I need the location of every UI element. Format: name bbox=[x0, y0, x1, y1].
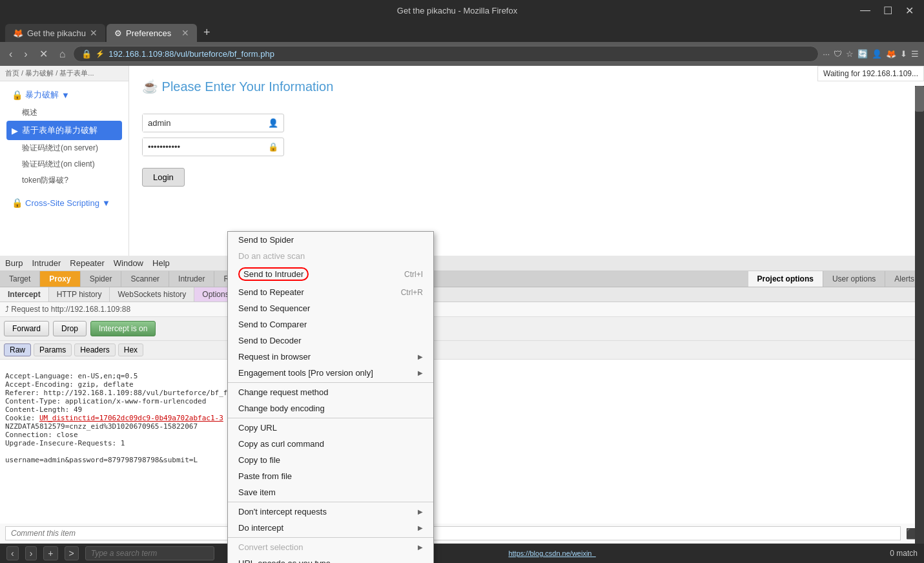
url-bar[interactable]: 🔒 ⚡ 192.168.1.109:88/vul/burteforce/bf_f… bbox=[73, 46, 819, 62]
cm-engagement-tools[interactable]: Engagement tools [Pro version only] ▶ bbox=[228, 365, 433, 381]
cm-paste-file[interactable]: Paste from file bbox=[228, 468, 433, 484]
title-bar: Get the pikachu - Mozilla Firefox — ☐ ✕ bbox=[0, 0, 924, 21]
cm-send-repeater[interactable]: Send to Repeater Ctrl+R bbox=[228, 284, 433, 300]
burp-action-buttons: Forward Drop Intercept is on bbox=[0, 317, 924, 341]
sidebar-item-form-brute[interactable]: ▶ 基于表单的暴力破解 bbox=[6, 121, 122, 140]
bookmark-icon[interactable]: 🛡 bbox=[834, 49, 842, 59]
back-button[interactable]: ‹ bbox=[5, 47, 16, 61]
bottom-next-button[interactable]: › bbox=[25, 546, 37, 560]
scroll-track[interactable] bbox=[915, 86, 924, 544]
firefox-account[interactable]: 🦊 bbox=[886, 49, 896, 59]
close-button[interactable]: ✕ bbox=[901, 3, 918, 18]
raw-tab-params[interactable]: Params bbox=[34, 343, 72, 356]
xss-label: Cross-Site Scripting bbox=[25, 198, 99, 208]
request-body-2: NZZDATA5812579=cnzz_eid%3D1020670965-158… bbox=[5, 422, 198, 464]
menu-help[interactable]: Help bbox=[152, 258, 170, 268]
search-input[interactable] bbox=[85, 546, 214, 560]
scroll-thumb[interactable] bbox=[915, 86, 924, 112]
burp-tab-scanner[interactable]: Scanner bbox=[121, 271, 169, 287]
sidebar-group-xss[interactable]: 🔒 Cross-Site Scripting ▼ bbox=[6, 194, 122, 212]
password-field[interactable]: 🔒 bbox=[142, 138, 284, 156]
cm-send-comparer[interactable]: Send to Comparer bbox=[228, 316, 433, 333]
menu-intruder[interactable]: Intruder bbox=[32, 258, 61, 268]
burp-tab-target[interactable]: Target bbox=[0, 271, 40, 287]
cm-change-encoding[interactable]: Change body encoding bbox=[228, 400, 433, 416]
burp-tab-proxy[interactable]: Proxy bbox=[40, 271, 80, 287]
minimize-button[interactable]: — bbox=[856, 3, 874, 18]
cm-label-do-intercept: Do intercept bbox=[238, 523, 283, 533]
burp-intercept-tab-intercept[interactable]: Intercept bbox=[0, 287, 49, 302]
burp-tab-intruder[interactable]: Intruder bbox=[169, 271, 214, 287]
request-body[interactable]: Accept-Language: en-US,en;q=0.5 Accept-E… bbox=[0, 360, 924, 524]
cm-dont-intercept[interactable]: Don't intercept requests ▶ bbox=[228, 504, 433, 520]
bottom-more-button[interactable]: > bbox=[65, 546, 79, 560]
sidebar-group-bruteforce[interactable]: 🔒 暴力破解 ▼ bbox=[6, 85, 122, 105]
home-button[interactable]: ⌂ bbox=[56, 47, 70, 61]
cm-send-decoder[interactable]: Send to Decoder bbox=[228, 333, 433, 349]
burp-intercept-tab-ws[interactable]: WebSockets history bbox=[110, 287, 194, 302]
drop-button[interactable]: Drop bbox=[53, 321, 87, 336]
star-icon[interactable]: ☆ bbox=[846, 49, 854, 59]
window-controls[interactable]: — ☐ ✕ bbox=[856, 3, 918, 18]
download-icon[interactable]: ⬇ bbox=[900, 49, 907, 59]
url-text[interactable]: 192.168.1.109:88/vul/burteforce/bf_form.… bbox=[108, 49, 274, 59]
cm-send-intruder[interactable]: Send to Intruder Ctrl+I bbox=[228, 264, 433, 284]
tab-preferences[interactable]: ⚙ Preferences ✕ bbox=[107, 24, 197, 42]
sidebar-item-token[interactable]: token防爆破? bbox=[6, 172, 122, 189]
new-tab-button[interactable]: + bbox=[198, 23, 216, 42]
username-field[interactable]: 👤 bbox=[142, 114, 284, 132]
tab-pref-label: Preferences bbox=[126, 28, 171, 38]
forward-button[interactable]: › bbox=[20, 47, 31, 61]
burp-intercept-tab-http[interactable]: HTTP history bbox=[49, 287, 110, 302]
cm-url-encode[interactable]: URL-encode as you type bbox=[228, 555, 433, 563]
burp-tab-user-options[interactable]: User options bbox=[823, 271, 885, 287]
burp-tab-spider[interactable]: Spider bbox=[81, 271, 122, 287]
cm-copy-curl[interactable]: Copy as curl command bbox=[228, 436, 433, 452]
cm-do-intercept[interactable]: Do intercept ▶ bbox=[228, 520, 433, 536]
cm-send-sequencer[interactable]: Send to Sequencer bbox=[228, 300, 433, 316]
burp-tab-project-options[interactable]: Project options bbox=[748, 271, 823, 287]
login-button[interactable]: Login bbox=[142, 168, 185, 187]
more-button[interactable]: ··· bbox=[823, 49, 830, 59]
username-input[interactable] bbox=[143, 114, 263, 132]
cm-sep-4 bbox=[228, 537, 433, 538]
lock-field-icon: 🔒 bbox=[263, 142, 283, 152]
cm-send-spider[interactable]: Send to Spider bbox=[228, 232, 433, 248]
cm-label-copy-url: Copy URL bbox=[238, 423, 277, 433]
intercept-on-button[interactable]: Intercept is on bbox=[90, 321, 156, 336]
cm-copy-file[interactable]: Copy to file bbox=[228, 452, 433, 468]
refresh-button[interactable]: ✕ bbox=[36, 46, 52, 61]
comment-input[interactable] bbox=[5, 526, 901, 540]
expand-xss-icon: ▼ bbox=[102, 198, 110, 208]
cm-save-item[interactable]: Save item bbox=[228, 484, 433, 500]
maximize-button[interactable]: ☐ bbox=[879, 3, 896, 18]
bottom-add-button[interactable]: + bbox=[43, 546, 57, 560]
bottom-prev-button[interactable]: ‹ bbox=[6, 546, 19, 560]
avatar-icon[interactable]: 👤 bbox=[872, 49, 882, 59]
cm-request-browser[interactable]: Request in browser ▶ bbox=[228, 349, 433, 365]
forward-button[interactable]: Forward bbox=[4, 321, 49, 336]
tab-close-preferences[interactable]: ✕ bbox=[181, 28, 189, 38]
menu-icon[interactable]: ☰ bbox=[911, 49, 919, 59]
sidebar-item-captcha-client[interactable]: 验证码绕过(on client) bbox=[6, 156, 122, 172]
item-label: 基于表单的暴力破解 bbox=[22, 125, 98, 136]
raw-tab-hex[interactable]: Hex bbox=[118, 343, 143, 356]
nav-action-icons: ··· 🛡 ☆ 🔄 👤 🦊 ⬇ ☰ bbox=[823, 49, 919, 59]
csdn-link[interactable]: https://blog.csdn.ne/weixin_ bbox=[508, 549, 595, 557]
raw-tab-headers[interactable]: Headers bbox=[74, 343, 115, 356]
password-input[interactable] bbox=[143, 138, 263, 156]
menu-window[interactable]: Window bbox=[114, 258, 143, 268]
cm-arrow-convert: ▶ bbox=[418, 544, 423, 551]
tab-label: Get the pikachu bbox=[27, 28, 86, 38]
cm-change-method[interactable]: Change request method bbox=[228, 384, 433, 400]
cm-copy-url[interactable]: Copy URL bbox=[228, 420, 433, 436]
sidebar-item-captcha-server[interactable]: 验证码绕过(on server) bbox=[6, 140, 122, 156]
menu-burp[interactable]: Burp bbox=[5, 258, 23, 268]
menu-repeater[interactable]: Repeater bbox=[70, 258, 104, 268]
sync-icon[interactable]: 🔄 bbox=[857, 49, 868, 59]
sidebar-item-overview[interactable]: 概述 bbox=[6, 105, 122, 121]
context-menu: Send to Spider Do an active scan Send to… bbox=[227, 231, 434, 563]
tab-pikachu[interactable]: 🦊 Get the pikachu ✕ bbox=[5, 24, 105, 42]
raw-tab-raw[interactable]: Raw bbox=[4, 343, 31, 356]
tab-close-pikachu[interactable]: ✕ bbox=[90, 28, 98, 38]
